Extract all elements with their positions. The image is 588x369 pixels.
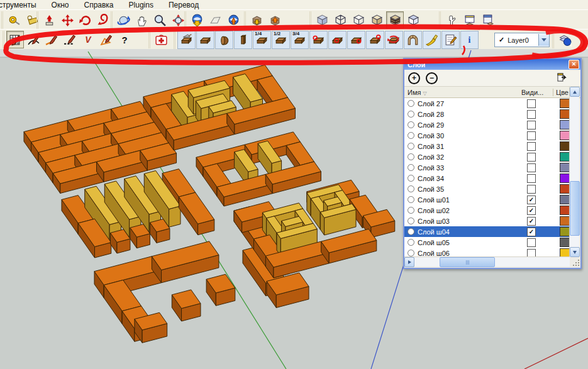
scroll-up-button[interactable] xyxy=(570,87,580,97)
brick-quarter-button[interactable]: 1/4 xyxy=(253,31,271,49)
layer-radio[interactable] xyxy=(408,196,414,203)
place-model-button[interactable] xyxy=(225,11,242,29)
shaded-textures-button[interactable] xyxy=(386,11,404,29)
remove-layer-button[interactable]: − xyxy=(426,72,438,84)
brick-vertical-button[interactable] xyxy=(234,31,252,49)
layer-radio[interactable] xyxy=(408,250,414,256)
layer-row[interactable]: Слой 27 xyxy=(404,98,571,109)
component-attributes-button[interactable] xyxy=(479,11,497,29)
layer-visible-checkbox[interactable] xyxy=(527,238,536,247)
share-model-button[interactable] xyxy=(266,11,284,29)
brick-mark-left-button[interactable] xyxy=(309,31,328,49)
close-icon[interactable]: ✕ xyxy=(569,60,579,69)
layer-radio[interactable] xyxy=(408,228,414,235)
vertical-scrollbar[interactable] xyxy=(569,87,579,257)
layer-visible-checkbox[interactable]: ✓ xyxy=(527,206,536,215)
layers-flyout-button[interactable] xyxy=(557,72,567,84)
menu-item[interactable]: Plugins xyxy=(129,1,153,9)
layer-row[interactable]: Слой 30 xyxy=(404,130,571,141)
layer-row[interactable]: Слой ш05 xyxy=(404,237,571,248)
column-header-color[interactable]: Цве xyxy=(553,89,569,96)
help-button[interactable]: ? xyxy=(116,31,133,48)
menu-item[interactable]: Окно xyxy=(52,1,69,9)
info-button[interactable]: i xyxy=(460,31,479,49)
layer-row[interactable]: Слой 32 xyxy=(404,151,571,162)
orbit-button[interactable] xyxy=(114,11,132,29)
xray-button[interactable] xyxy=(313,11,331,29)
layer-radio[interactable] xyxy=(408,185,414,192)
brick-rotate-button[interactable] xyxy=(385,31,403,49)
layer-radio[interactable] xyxy=(408,239,414,246)
brick-trowel-button[interactable] xyxy=(177,31,196,49)
column-header-name[interactable]: Имя ▽ xyxy=(404,89,463,96)
layer-row[interactable]: Слой ш03✓ xyxy=(404,216,571,226)
scroll-right-button[interactable] xyxy=(404,257,414,267)
menu-item[interactable]: струменты xyxy=(0,1,36,9)
layer-radio[interactable] xyxy=(408,207,414,214)
layer-radio[interactable] xyxy=(408,111,414,118)
arch-button[interactable] xyxy=(404,31,422,49)
layer-visible-checkbox[interactable] xyxy=(527,131,536,140)
resize-grip[interactable] xyxy=(570,257,580,267)
layer-visible-checkbox[interactable] xyxy=(527,174,536,183)
follow-me-button[interactable] xyxy=(95,11,113,29)
brick-mark-top-button[interactable] xyxy=(366,31,384,49)
layer-visible-checkbox[interactable]: ✓ xyxy=(527,196,536,204)
scroll-down-button[interactable] xyxy=(570,247,580,257)
grid-tool-button[interactable] xyxy=(6,31,24,48)
layer-visible-checkbox[interactable] xyxy=(527,121,536,129)
vertical-scroll-thumb[interactable] xyxy=(570,181,580,236)
layer-radio[interactable] xyxy=(408,153,414,160)
tape-measure-button[interactable] xyxy=(5,11,23,29)
line-pencil-button[interactable] xyxy=(43,31,60,48)
layer-radio[interactable] xyxy=(408,175,414,182)
pan-button[interactable] xyxy=(133,11,150,29)
menu-item[interactable]: Справка xyxy=(84,1,113,9)
layer-visible-checkbox[interactable] xyxy=(527,99,536,108)
brick-full-button[interactable] xyxy=(196,31,214,49)
first-aid-button[interactable] xyxy=(152,31,170,48)
hidden-line-button[interactable] xyxy=(350,11,367,29)
push-pull-button[interactable] xyxy=(40,11,58,29)
layer-row[interactable]: Слой 29 xyxy=(404,119,571,130)
component-options-button[interactable] xyxy=(461,11,479,29)
triangle-pencil-button[interactable] xyxy=(97,31,115,48)
brick-mark-center-button[interactable] xyxy=(328,31,347,49)
layer-radio[interactable] xyxy=(408,121,414,128)
layer-visible-checkbox[interactable] xyxy=(527,110,536,119)
layer-row[interactable]: Слой 31 xyxy=(404,141,571,151)
layer-radio[interactable] xyxy=(408,164,414,171)
horizontal-scroll-thumb[interactable] xyxy=(440,257,495,267)
layer-combo-dropdown-button[interactable] xyxy=(538,34,549,46)
shaded-button[interactable] xyxy=(368,11,386,29)
layer-visible-checkbox[interactable] xyxy=(527,142,536,151)
paint-brush-button[interactable] xyxy=(423,31,441,49)
toggle-terrain-button[interactable] xyxy=(206,11,224,29)
layer-row[interactable]: Слой 34 xyxy=(404,173,571,184)
layer-row[interactable]: Слой 33 xyxy=(404,162,571,173)
horizontal-scrollbar[interactable] xyxy=(404,256,570,267)
layer-row[interactable]: Слой 35 xyxy=(404,184,571,194)
add-layer-button[interactable]: + xyxy=(408,72,420,84)
notes-button[interactable] xyxy=(441,31,460,49)
brick-half-button[interactable]: 1/2 xyxy=(272,31,290,49)
layer-combo[interactable]: ✓ Layer0 xyxy=(494,33,550,47)
layer-row[interactable]: Слой 28 xyxy=(404,109,571,119)
get-current-view-button[interactable] xyxy=(188,11,206,29)
arc-pencil-button[interactable] xyxy=(25,31,42,48)
layers-panel-titlebar[interactable]: Слои ✕ xyxy=(404,59,580,70)
wireframe-button[interactable] xyxy=(331,11,349,29)
layer-visible-checkbox[interactable] xyxy=(527,185,536,194)
layer-row[interactable]: Слой ш04✓ xyxy=(404,226,571,237)
zoom-button[interactable] xyxy=(151,11,169,29)
layer-visible-checkbox[interactable] xyxy=(527,153,536,162)
position-camera-button[interactable] xyxy=(443,11,460,29)
get-models-button[interactable] xyxy=(248,11,265,29)
brick-mark-right-button[interactable] xyxy=(347,31,365,49)
layer-radio[interactable] xyxy=(408,100,414,107)
layer-row[interactable]: Слой ш01✓ xyxy=(404,194,571,205)
layer-row[interactable]: Слой ш02✓ xyxy=(404,205,571,216)
layers-info-button[interactable]: i xyxy=(556,31,574,48)
v-tool-button[interactable]: V xyxy=(79,31,97,48)
dashed-pencil-button[interactable] xyxy=(61,31,79,48)
